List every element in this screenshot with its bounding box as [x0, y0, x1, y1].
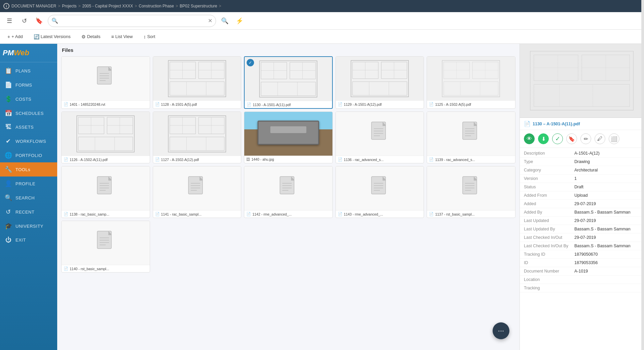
- file-name: 1141 - rac_basic_sampl...: [161, 212, 202, 216]
- scrollbar-track[interactable]: [641, 44, 644, 350]
- preview-area: [520, 44, 644, 118]
- detail-box-btn[interactable]: ⬜: [609, 133, 619, 144]
- search-sidebar-icon: 🔍: [5, 194, 12, 201]
- bookmark-toolbar-icon[interactable]: 🔖: [33, 15, 45, 27]
- sidebar-item-workflows[interactable]: ✔ WORKFLOWS: [0, 134, 57, 148]
- detail-view-btn[interactable]: 👁: [524, 133, 535, 144]
- file-name: 1142 - rme_advanced_...: [252, 212, 292, 216]
- file-footer: 📄 1143 - rme_advanced_...: [336, 210, 424, 218]
- file-card-f15[interactable]: 📄 1137 - rst_basic_sampl...: [427, 166, 515, 218]
- sidebar-item-exit[interactable]: ⏻ EXIT: [0, 233, 57, 247]
- sidebar-label-schedules: SCHEDULES: [15, 111, 44, 116]
- latest-versions-button[interactable]: 🔄 Latest Versions: [31, 33, 73, 41]
- sidebar-item-assets[interactable]: 🏗 ASSETS: [0, 120, 57, 134]
- file-card-f12[interactable]: 📄 1141 - rac_basic_sampl...: [153, 166, 242, 218]
- file-card-f9[interactable]: 📄 1136 - rac_advanced_s...: [335, 112, 424, 163]
- sidebar-item-costs[interactable]: 💲 COSTS: [0, 92, 57, 106]
- file-card-f2[interactable]: A-1501-A 📄 1128 - A-1501-A(5).pdf: [153, 56, 242, 109]
- file-thumbnail: [62, 57, 150, 100]
- file-card-f14[interactable]: 📄 1143 - rme_advanced_...: [335, 166, 424, 218]
- file-thumbnail: A-1501-A: [153, 57, 241, 100]
- breadcrumb-doc-manager[interactable]: DOCUMENT MANAGER: [11, 4, 56, 8]
- sidebar-item-search[interactable]: 🔍 SEARCH: [0, 191, 57, 205]
- file-type-icon: 📄: [247, 102, 251, 107]
- list-view-button[interactable]: ≡ List View: [108, 33, 135, 41]
- meta-value: 1879053356: [574, 260, 598, 265]
- file-type-icon: 📄: [155, 102, 160, 106]
- file-type-icon: 📄: [246, 212, 251, 216]
- detail-pen-btn[interactable]: 🖊: [595, 133, 605, 144]
- file-thumbnail: A-1501-A: [62, 112, 150, 156]
- menu-icon[interactable]: ☰: [3, 15, 15, 27]
- file-name: 1129 - A-1501-A(12).pdf: [344, 102, 382, 106]
- meta-label: Last Updated By: [524, 227, 574, 231]
- meta-value: 29-07-2019: [574, 235, 596, 240]
- info-icon[interactable]: i: [3, 3, 9, 9]
- meta-row-type: Type Drawing: [520, 158, 644, 166]
- fab-button[interactable]: ···: [493, 322, 509, 339]
- versions-icon: 🔄: [34, 34, 39, 39]
- sort-icon: ↕: [143, 34, 146, 39]
- svg-rect-18: [261, 62, 287, 79]
- breadcrumb-projects[interactable]: Projects: [62, 4, 76, 8]
- meta-row-version: Version 1: [520, 174, 644, 183]
- breadcrumb-bp[interactable]: BP02 Superstructure: [180, 4, 217, 8]
- file-card-f3[interactable]: A-1501-A ✓ 📄 1130 - A-1501-A(11).pdf: [244, 56, 333, 109]
- blueprint-thumb-svg: A-1501-A: [157, 114, 237, 154]
- svg-rect-19: [290, 62, 316, 79]
- sidebar-item-university[interactable]: 🎓 UNIVERSITY: [0, 219, 57, 233]
- file-card-f6[interactable]: A-1501-A 📄 1126 - A-1502-A(11).pdf: [61, 112, 150, 163]
- sidebar-label-recent: RECENT: [15, 210, 34, 215]
- undo-icon[interactable]: ↺: [18, 15, 30, 27]
- university-icon: 🎓: [5, 222, 12, 230]
- sidebar-item-plans[interactable]: 📋 PLANS: [0, 64, 57, 78]
- file-card-f5[interactable]: A-1501-A 📄 1125 - A-1502-A(5).pdf: [427, 56, 515, 109]
- meta-row-tracking-id: Tracking ID 1879050670: [520, 250, 644, 259]
- clear-search-icon[interactable]: ✕: [208, 18, 212, 24]
- sidebar-item-profile[interactable]: 👤 PROFILE: [0, 177, 57, 191]
- zoom-icon[interactable]: 🔍: [219, 15, 231, 27]
- meta-value: 1879050670: [574, 252, 598, 257]
- svg-rect-52: [107, 117, 133, 134]
- file-card-f16[interactable]: 📄 1140 - rst_basic_sampl...: [61, 221, 150, 273]
- files-grid-container: 📄 1401 - 1485220248.rvt A-1501-A: [57, 55, 520, 350]
- files-header: Files: [57, 44, 520, 55]
- profile-icon: 👤: [5, 180, 12, 187]
- file-card-f8[interactable]: 🖼 1440 - ahu.jpg: [244, 112, 333, 163]
- breadcrumb-project[interactable]: 2005 - Capital Project XXXX: [82, 4, 133, 8]
- file-card-f4[interactable]: A-1501-A 📄 1129 - A-1501-A(12).pdf: [335, 56, 424, 109]
- sidebar-item-forms[interactable]: 📄 FORMS: [0, 78, 57, 92]
- sort-button[interactable]: ↕ Sort: [141, 33, 158, 41]
- detail-check-btn[interactable]: ✓: [552, 133, 563, 144]
- assets-icon: 🏗: [5, 124, 12, 131]
- add-button[interactable]: + + Add: [5, 33, 26, 41]
- detail-bookmark-btn[interactable]: 🔖: [566, 133, 577, 144]
- svg-rect-42: [444, 82, 498, 95]
- detail-edit-btn[interactable]: ✏: [580, 133, 591, 144]
- file-card-f10[interactable]: 📄 1139 - rac_advanced_s...: [427, 112, 515, 163]
- sidebar-item-portfolio[interactable]: 🌐 PORTFOLIO: [0, 148, 57, 162]
- sidebar-item-recent[interactable]: ↺ RECENT: [0, 205, 57, 219]
- breadcrumb-phase[interactable]: Construction Phase: [139, 4, 174, 8]
- settings-icon[interactable]: ⚡: [234, 15, 246, 27]
- sidebar-item-tools[interactable]: 🔧 TOOLs: [0, 162, 57, 177]
- meta-value: Bassam.S - Bassam Samman: [574, 210, 631, 215]
- plans-icon: 📋: [5, 67, 12, 74]
- details-button[interactable]: ⚙ Details: [79, 33, 103, 41]
- search-bar[interactable]: 🔍 ✕: [48, 15, 216, 27]
- blank-doc-icon: [96, 66, 116, 91]
- blank-doc-icon: [461, 176, 481, 201]
- file-card-f11[interactable]: 📄 1138 - rac_basic_samp...: [61, 166, 150, 218]
- search-input[interactable]: [58, 18, 208, 24]
- file-card-f13[interactable]: 📄 1142 - rme_advanced_...: [244, 166, 333, 218]
- file-card-f7[interactable]: A-1501-A 📄 1127 - A-1502-A(12).pdf: [153, 112, 242, 163]
- file-card-f1[interactable]: 📄 1401 - 1485220248.rvt: [61, 56, 150, 109]
- file-thumbnail: A-1501-A: [336, 57, 424, 100]
- sidebar-item-schedules[interactable]: 📅 SCHEDULES: [0, 106, 57, 120]
- file-footer: 📄 1130 - A-1501-A(11).pdf: [245, 101, 332, 108]
- file-footer: 📄 1126 - A-1502-A(11).pdf: [62, 156, 150, 163]
- sidebar-label-search: SEARCH: [15, 195, 35, 200]
- detail-download-btn[interactable]: ⬇: [538, 133, 549, 144]
- meta-row-status: Status Draft: [520, 183, 644, 191]
- toolbar-bar: ☰ ↺ 🔖 🔍 ✕ 🔍 ⚡: [0, 12, 644, 30]
